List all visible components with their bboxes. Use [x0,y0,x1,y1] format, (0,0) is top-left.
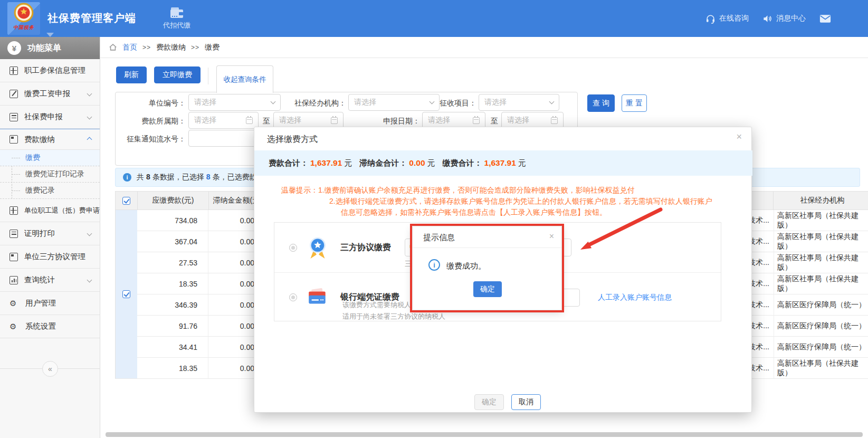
refresh-button[interactable]: 刷新 [116,66,147,83]
breadcrumb-separator: >> [191,44,199,51]
online-consult-label: 在线咨询 [719,14,749,23]
message-center-label: 消息中心 [776,14,806,23]
header-pointer-decoration [46,33,54,37]
sidebar-item-social-fee-declaration[interactable]: 社保费申报 [0,106,100,129]
triparty-radio[interactable] [289,244,297,252]
alert-divider [413,247,561,248]
app-header: 中国税务 社保费管理客户端 代扣代缴 在线咨询 消息中心 [0,0,868,37]
sidebar-subitem-payment-records[interactable]: 缴费记录 [0,183,100,199]
online-consult-button[interactable]: 在线咨询 [705,14,749,24]
group-row-checkbox[interactable] [122,290,130,298]
alert-dialog: 提示信息 × 缴费成功。 确定 [412,226,562,310]
logo-caption: 中国税务 [13,24,34,31]
pay-now-button[interactable]: 立即缴费 [154,66,201,83]
select-all-checkbox[interactable] [122,197,130,205]
close-icon[interactable]: × [736,131,742,142]
calendar-icon [331,117,338,124]
notice-no-label: 征集通知流水号： [121,135,186,144]
clipboard-icon [9,113,18,121]
sidebar-item-certificate-print[interactable]: 证明打印 [0,222,100,245]
sidebar-item-wage-declaration[interactable]: 缴费工资申报 [0,82,100,106]
query-button[interactable]: 查 询 [587,94,615,112]
sidebar-item-employee-insurance-info[interactable]: 职工参保信息管理 [0,59,100,82]
calendar-icon [246,117,253,124]
unit-no-select[interactable]: 请选择 [188,94,281,111]
close-icon[interactable]: × [549,232,554,241]
breadcrumb: 首页 >> 费款缴纳 >> 缴费 [100,37,868,58]
manual-account-entry-link[interactable]: 人工录入账户账号信息 [598,293,672,302]
chevron-down-icon [87,231,92,236]
group-checkbox-cell [115,210,137,379]
edit-icon [9,90,18,98]
yen-circle-icon: ¥ [7,41,21,55]
sidebar-item-refund-application[interactable]: 单位职工退（抵）费申请管理 [0,199,100,222]
chevron-down-icon [87,115,92,120]
breadcrumb-separator: >> [142,44,151,51]
project-select[interactable]: 请选择 [479,94,559,111]
sidebar-item-fee-payment[interactable]: 费款缴纳 [0,129,100,150]
toolbar-divider [208,68,208,84]
info-icon [123,173,131,182]
period-start-date[interactable]: 请选择 [188,112,259,129]
sidebar: ¥ 功能菜单 职工参保信息管理 缴费工资申报 社保费申报 费款缴纳 缴费 缴费凭… [0,37,100,438]
select-all-header-cell [116,192,138,210]
header-right-group: 在线咨询 消息中心 [705,0,831,37]
late-total-label: 滞纳金合计： [359,158,407,168]
bank-card-icon [307,287,329,309]
project-label: 征收项目： [438,99,476,108]
message-center-button[interactable]: 消息中心 [762,14,806,24]
gear-icon [9,299,19,307]
chevron-down-icon [271,99,276,104]
sidebar-header: ¥ 功能菜单 [0,37,100,59]
sidebar-subitem-voucher-print-records[interactable]: 缴费凭证打印记录 [0,166,100,183]
agency-select[interactable]: 请选择 [348,94,440,111]
calendar-icon [551,117,558,124]
toggle-query-tab[interactable]: 收起查询条件 [216,65,273,93]
bank-voucher-desc-2: 适用于尚未签署三方协议的纳税人 [342,312,445,321]
selected-count: 8 [206,173,211,181]
period-label: 费款所属期： [121,117,186,126]
mail-icon [819,14,831,23]
to-label: 至 [491,117,498,126]
breadcrumb-current: 缴费 [205,43,220,52]
mail-button[interactable] [819,14,831,23]
alert-title: 提示信息 [423,233,455,243]
modal-ok-button[interactable]: 确定 [474,394,504,410]
sidebar-subitem-pay[interactable]: 缴费 [0,150,100,166]
sidebar-item-user-management[interactable]: 用户管理 [0,292,100,315]
declare-date-label: 申报日期： [379,117,420,126]
chevron-up-icon [87,137,92,142]
pay-total-value: 1,637.91 [484,158,516,168]
sidebar-title: 功能菜单 [27,43,61,54]
tips-line-3: 信息可忽略选择，如需补充账户账号信息请点击【人工录入账户账号信息】按钮。 [341,208,607,217]
chevron-down-icon [87,91,92,97]
sidebar-item-triparty-agreement[interactable]: 单位三方协议管理 [0,245,100,269]
total-count: 8 [146,173,150,181]
speaker-icon [762,14,772,24]
alert-ok-button[interactable]: 确定 [473,281,502,297]
sidebar-item-system-settings[interactable]: 系统设置 [0,315,100,338]
horizontal-scrollbar-thumb[interactable] [106,432,863,437]
sidebar-item-query-statistics[interactable]: 查询统计 [0,269,100,292]
bank-voucher-radio[interactable] [289,293,297,301]
tips-line-1: 温馨提示：1.缴费前请确认账户余额充足再进行缴费，否则可能会造成部分险种缴费失败… [281,186,635,195]
nav-tab-withholding[interactable]: 代扣代缴 [158,3,195,34]
agency-filter-label: 社保经办机构： [293,99,346,108]
national-emblem-icon [13,2,35,24]
gear-icon [9,322,19,330]
modal-cancel-button[interactable]: 取消 [511,394,541,410]
breadcrumb-fee-payment: 费款缴纳 [156,43,186,52]
sidebar-collapse-button[interactable]: « [42,361,58,377]
to-label: 至 [263,117,270,126]
chevron-down-icon [87,278,92,283]
chevron-down-icon [549,99,555,104]
bookmark-icon [9,135,18,144]
agency-header: 社保经办机构 [774,192,868,210]
fee-total-label: 费款合计： [269,158,308,168]
chevron-down-icon [430,99,435,104]
document-icon [9,230,18,238]
reset-button[interactable]: 重 置 [622,94,647,112]
fee-total-value: 1,637.91 [310,158,342,168]
breadcrumb-home[interactable]: 首页 [122,43,137,52]
app-title: 社保费管理客户端 [47,11,136,25]
